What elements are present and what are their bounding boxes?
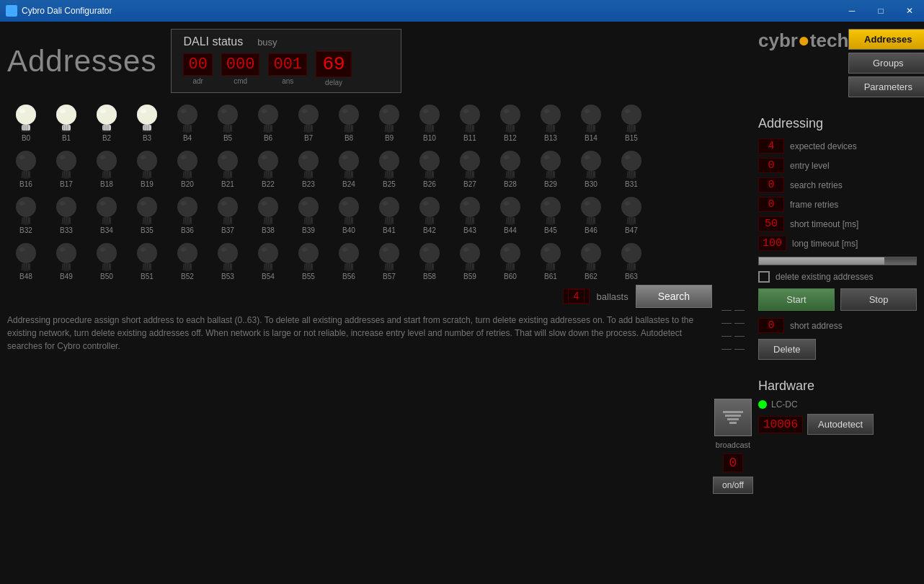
bulb-item-b35[interactable]: B35 (128, 193, 166, 234)
svg-rect-160 (265, 171, 266, 177)
bulb-item-b56[interactable]: B56 (330, 239, 368, 280)
bulb-item-b46[interactable]: B46 (572, 193, 610, 234)
maximize-button[interactable]: □ (866, 0, 895, 22)
broadcast-button[interactable] (714, 399, 752, 436)
bulb-item-b7[interactable]: B7 (290, 100, 327, 142)
bulb-item-b16[interactable]: B16 (7, 146, 45, 188)
bulb-item-b37[interactable]: B37 (209, 193, 246, 234)
nav-parameters[interactable]: Parameters (848, 76, 924, 97)
bulb-item-b4[interactable]: B4 (169, 100, 206, 142)
bulb-item-b48[interactable]: B48 (7, 239, 45, 280)
bulb-item-b18[interactable]: B18 (88, 146, 125, 188)
bulb-item-b33[interactable]: B33 (48, 193, 85, 234)
broadcast-label: broadcast (716, 441, 750, 449)
bulb-item-b27[interactable]: B27 (451, 146, 489, 188)
svg-rect-440 (587, 263, 589, 269)
bulb-item-b57[interactable]: B57 (370, 239, 408, 280)
bulb-item-b41[interactable]: B41 (370, 193, 408, 234)
bulb-item-b9[interactable]: B9 (370, 100, 408, 142)
bulb-item-b28[interactable]: B28 (492, 146, 529, 188)
svg-rect-391 (305, 263, 306, 269)
minimize-button[interactable]: ─ (838, 0, 866, 22)
dali-adr-label: adr (192, 77, 203, 85)
bulb-item-b42[interactable]: B42 (411, 193, 448, 234)
svg-rect-190 (430, 171, 432, 177)
svg-rect-133 (105, 171, 107, 177)
bulb-item-b15[interactable]: B15 (613, 100, 650, 142)
delete-existing-checkbox[interactable] (758, 271, 770, 283)
bulb-item-b26[interactable]: B26 (411, 146, 448, 188)
bulb-item-b47[interactable]: B47 (613, 193, 650, 234)
delete-button[interactable]: Delete (758, 339, 816, 360)
bulb-item-b54[interactable]: B54 (249, 239, 287, 280)
svg-rect-356 (103, 263, 105, 269)
bulb-item-b58[interactable]: B58 (411, 239, 448, 280)
bulb-item-b53[interactable]: B53 (209, 239, 246, 280)
svg-point-44 (218, 105, 238, 125)
bulb-item-b62[interactable]: B62 (572, 239, 610, 280)
ballasts-label: ballasts (597, 291, 628, 302)
onoff-button[interactable]: on/off (713, 477, 753, 494)
svg-rect-405 (386, 263, 387, 269)
stop-button[interactable]: Stop (840, 288, 917, 311)
bulb-item-b23[interactable]: B23 (290, 146, 327, 188)
svg-rect-225 (632, 171, 634, 177)
bulb-item-b14[interactable]: B14 (572, 100, 610, 142)
bulb-item-b45[interactable]: B45 (532, 193, 569, 234)
svg-rect-167 (305, 171, 306, 177)
svg-rect-308 (468, 217, 470, 223)
nav-addresses[interactable]: Addresses (848, 29, 924, 50)
bulb-item-b31[interactable]: B31 (613, 146, 650, 188)
bulb-item-b22[interactable]: B22 (249, 146, 287, 188)
bulb-item-b49[interactable]: B49 (48, 239, 85, 280)
svg-rect-252 (146, 217, 147, 223)
bulb-item-b17[interactable]: B17 (48, 146, 85, 188)
close-button[interactable]: ✕ (895, 0, 924, 22)
autodetect-button[interactable]: Autodetect (807, 414, 874, 435)
dali-ans: 001 ans (268, 53, 307, 85)
search-button[interactable]: Search (636, 285, 712, 308)
bulb-item-b50[interactable]: B50 (88, 239, 125, 280)
bulb-item-b60[interactable]: B60 (492, 239, 529, 280)
bulb-item-b0[interactable]: B0 (7, 100, 45, 142)
bulb-item-b43[interactable]: B43 (451, 193, 489, 234)
bulb-item-b34[interactable]: B34 (88, 193, 125, 234)
bulb-item-b8[interactable]: B8 (330, 100, 368, 142)
bulb-item-b13[interactable]: B13 (532, 100, 569, 142)
bulb-item-b59[interactable]: B59 (451, 239, 489, 280)
long-timeout-label: long timeout [ms] (792, 239, 858, 249)
bulb-item-b19[interactable]: B19 (128, 146, 166, 188)
bulb-item-b32[interactable]: B32 (7, 193, 45, 234)
bulb-item-b20[interactable]: B20 (169, 146, 206, 188)
bulb-item-b63[interactable]: B63 (613, 239, 650, 280)
svg-rect-329 (590, 217, 591, 223)
bulb-item-b6[interactable]: B6 (249, 100, 287, 142)
bulb-item-b10[interactable]: B10 (411, 100, 448, 142)
start-button[interactable]: Start (758, 288, 835, 311)
svg-point-402 (342, 247, 348, 252)
bulb-item-b5[interactable]: B5 (209, 100, 246, 142)
svg-rect-202 (507, 171, 508, 177)
bulb-item-b24[interactable]: B24 (330, 146, 368, 188)
nav-groups[interactable]: Groups (848, 53, 924, 74)
bulb-item-b55[interactable]: B55 (290, 239, 327, 280)
bulb-item-b44[interactable]: B44 (492, 193, 529, 234)
bulb-item-b61[interactable]: B61 (532, 239, 569, 280)
bulb-item-b36[interactable]: B36 (169, 193, 206, 234)
bulb-item-b30[interactable]: B30 (572, 146, 610, 188)
bulb-item-b52[interactable]: B52 (169, 239, 206, 280)
bulb-item-b51[interactable]: B51 (128, 239, 166, 280)
bulb-item-b12[interactable]: B12 (492, 100, 529, 142)
bulb-item-b38[interactable]: B38 (249, 193, 287, 234)
bulb-item-b40[interactable]: B40 (330, 193, 368, 234)
bulb-item-b21[interactable]: B21 (209, 146, 246, 188)
bulb-item-b29[interactable]: B29 (532, 146, 569, 188)
svg-point-304 (423, 201, 429, 205)
bulb-item-b1[interactable]: B1 (48, 100, 85, 142)
bulb-item-b39[interactable]: B39 (290, 193, 327, 234)
bulb-item-b25[interactable]: B25 (370, 146, 408, 188)
bulb-item-b2[interactable]: B2 (88, 100, 125, 142)
bulb-item-b3[interactable]: B3 (128, 100, 166, 142)
dali-status-panel: DALI status busy 00 adr 000 cmd 001 ans (171, 29, 401, 93)
bulb-item-b11[interactable]: B11 (451, 100, 489, 142)
